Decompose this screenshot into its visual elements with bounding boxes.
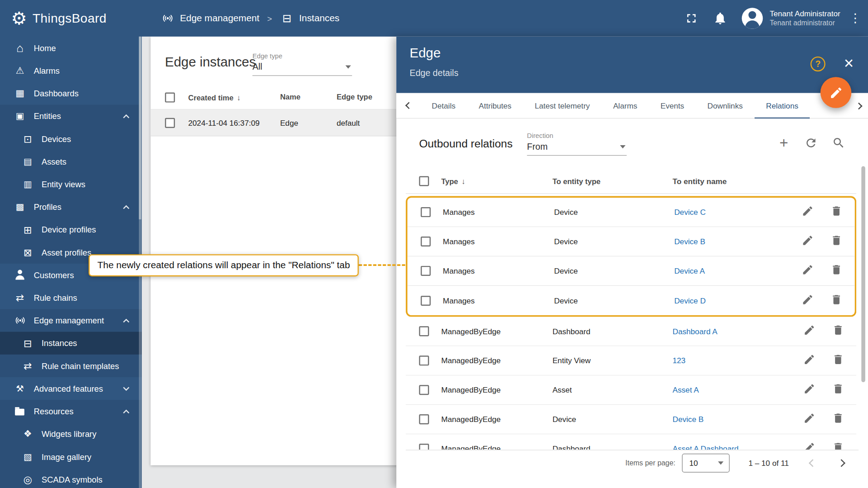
search-icon[interactable] [832, 136, 846, 151]
relation-to-entity-name-link[interactable]: Dashboard A [673, 327, 718, 336]
tab-details[interactable]: Details [420, 93, 467, 118]
relations-table-header: Type To entity type To entity name [406, 169, 856, 194]
sidebar-item-resources[interactable]: Resources [0, 400, 142, 422]
add-relation-icon[interactable] [777, 136, 791, 151]
sidebar-item-assets[interactable]: Assets [0, 150, 142, 173]
sidebar-item-entity-views[interactable]: Entity views [0, 173, 142, 195]
relation-row: ManagesDeviceDevice C [408, 198, 855, 227]
edit-relation-icon[interactable] [802, 264, 816, 278]
sidebar-item-profiles[interactable]: Profiles [0, 195, 142, 218]
column-name[interactable]: Name [280, 93, 337, 101]
tabs-scroll-right-icon[interactable] [855, 103, 863, 110]
close-icon[interactable] [844, 55, 854, 71]
delete-relation-icon[interactable] [832, 441, 846, 450]
previous-page-icon[interactable] [809, 459, 816, 467]
notifications-bell-icon[interactable] [713, 11, 727, 25]
column-created-time[interactable]: Created time [188, 93, 280, 102]
next-page-icon[interactable] [838, 459, 845, 467]
sidebar-item-devices[interactable]: Devices [0, 128, 142, 150]
edge-type-select[interactable]: Edge type All [253, 52, 352, 76]
sidebar-item-image-gallery[interactable]: Image gallery [0, 445, 142, 468]
row-checkbox[interactable] [419, 355, 429, 365]
delete-relation-icon[interactable] [830, 205, 845, 219]
assets-icon [21, 156, 34, 168]
row-checkbox[interactable] [421, 237, 431, 246]
row-checkbox[interactable] [421, 295, 431, 305]
direction-select-label: Direction [527, 132, 627, 139]
tabs-scroll-left-icon[interactable] [405, 102, 413, 109]
row-checkbox[interactable] [419, 385, 429, 395]
row-checkbox[interactable] [421, 207, 431, 217]
tab-downlinks[interactable]: Downlinks [696, 93, 755, 118]
tab-attributes[interactable]: Attributes [467, 93, 523, 118]
column-to-entity-name[interactable]: To entity name [673, 177, 857, 186]
tab-relations[interactable]: Relations [755, 93, 810, 118]
delete-relation-icon[interactable] [832, 324, 846, 338]
delete-relation-icon[interactable] [832, 383, 846, 397]
breadcrumb-section[interactable]: Edge management [180, 13, 259, 24]
tab-latest-telemetry[interactable]: Latest telemetry [523, 93, 601, 118]
tab-alarms[interactable]: Alarms [601, 93, 649, 118]
sidebar-item-device-profiles[interactable]: Device profiles [0, 218, 142, 241]
relation-to-entity-name-link[interactable]: 123 [673, 356, 686, 365]
logo[interactable]: ⚙ ThingsBoard [0, 0, 142, 37]
edit-relation-icon[interactable] [803, 441, 818, 450]
tab-events[interactable]: Events [649, 93, 696, 118]
select-all-checkbox[interactable] [165, 92, 175, 102]
relation-to-entity-name-link[interactable]: Asset A [673, 385, 699, 394]
edit-relation-icon[interactable] [803, 324, 818, 338]
relation-actions [787, 205, 854, 219]
sidebar-item-dashboards[interactable]: Dashboards [0, 82, 142, 104]
relation-to-entity-type: Device [554, 296, 674, 305]
edit-fab-button[interactable] [821, 77, 852, 108]
row-checkbox[interactable] [419, 414, 429, 424]
edit-relation-icon[interactable] [803, 412, 818, 426]
select-all-checkbox[interactable] [419, 176, 429, 186]
edit-relation-icon[interactable] [802, 234, 816, 249]
more-menu-icon[interactable]: ⋮ [849, 11, 860, 25]
drawer-scrollbar-thumb[interactable] [861, 166, 865, 382]
sidebar-item-label: Alarms [34, 66, 60, 76]
column-to-entity-type[interactable]: To entity type [553, 177, 673, 185]
delete-relation-icon[interactable] [830, 264, 845, 278]
relation-to-entity-name-link[interactable]: Device A [674, 266, 705, 275]
user-avatar[interactable] [742, 8, 763, 29]
sidebar-item-instances[interactable]: Instances [0, 332, 142, 355]
edit-relation-icon[interactable] [802, 293, 816, 308]
column-type[interactable]: Type [441, 177, 552, 186]
sidebar-item-entities[interactable]: Entities [0, 104, 142, 127]
sidebar-item-edge-management[interactable]: Edge management [0, 309, 142, 332]
relation-to-entity-name-link[interactable]: Asset A Dashboard [673, 444, 739, 450]
sidebar-item-rule-chain-templates[interactable]: Rule chain templates [0, 355, 142, 377]
sidebar-scrollbar-thumb[interactable] [139, 37, 141, 219]
delete-relation-icon[interactable] [830, 234, 845, 249]
sidebar-item-alarms[interactable]: Alarms [0, 59, 142, 82]
edit-relation-icon[interactable] [802, 205, 816, 219]
entity-views-icon [21, 178, 34, 190]
delete-relation-icon[interactable] [832, 412, 846, 426]
edit-relation-icon[interactable] [803, 353, 818, 368]
sidebar-item-widgets-library[interactable]: Widgets library [0, 422, 142, 445]
sidebar-item-advanced-features[interactable]: Advanced features [0, 377, 142, 400]
sidebar-item-home[interactable]: Home [0, 37, 142, 59]
items-per-page-select[interactable]: 10 [682, 453, 729, 472]
sidebar-item-rule-chains[interactable]: Rule chains [0, 286, 142, 309]
relation-to-entity-name-link[interactable]: Device C [674, 208, 706, 217]
row-checkbox[interactable] [165, 118, 175, 128]
row-checkbox[interactable] [419, 444, 429, 450]
refresh-icon[interactable] [804, 136, 819, 151]
relation-to-entity-name-link[interactable]: Device B [673, 415, 704, 424]
help-icon[interactable] [811, 57, 826, 71]
sidebar-item-scada-symbols[interactable]: SCADA symbols [0, 468, 142, 488]
row-checkbox[interactable] [419, 326, 429, 336]
chevron-up-icon [123, 114, 129, 120]
row-checkbox[interactable] [421, 266, 431, 276]
edit-relation-icon[interactable] [803, 383, 818, 397]
relation-to-entity-name-link[interactable]: Device D [674, 296, 706, 305]
direction-select[interactable]: Direction From [527, 132, 627, 156]
fullscreen-icon[interactable] [685, 11, 699, 25]
breadcrumb-page[interactable]: Instances [299, 13, 339, 24]
delete-relation-icon[interactable] [830, 293, 845, 308]
delete-relation-icon[interactable] [832, 353, 846, 368]
relation-to-entity-name-link[interactable]: Device B [674, 237, 705, 246]
